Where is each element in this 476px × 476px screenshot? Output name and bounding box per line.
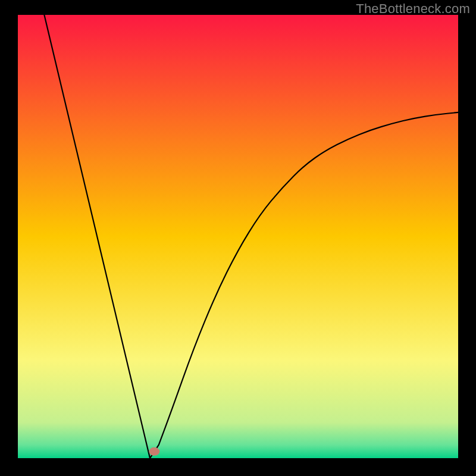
watermark-text: TheBottleneck.com bbox=[356, 1, 470, 17]
optimum-marker bbox=[149, 447, 159, 456]
plot-area bbox=[18, 15, 458, 458]
bottleneck-chart bbox=[0, 0, 476, 476]
chart-container: TheBottleneck.com bbox=[0, 0, 476, 476]
